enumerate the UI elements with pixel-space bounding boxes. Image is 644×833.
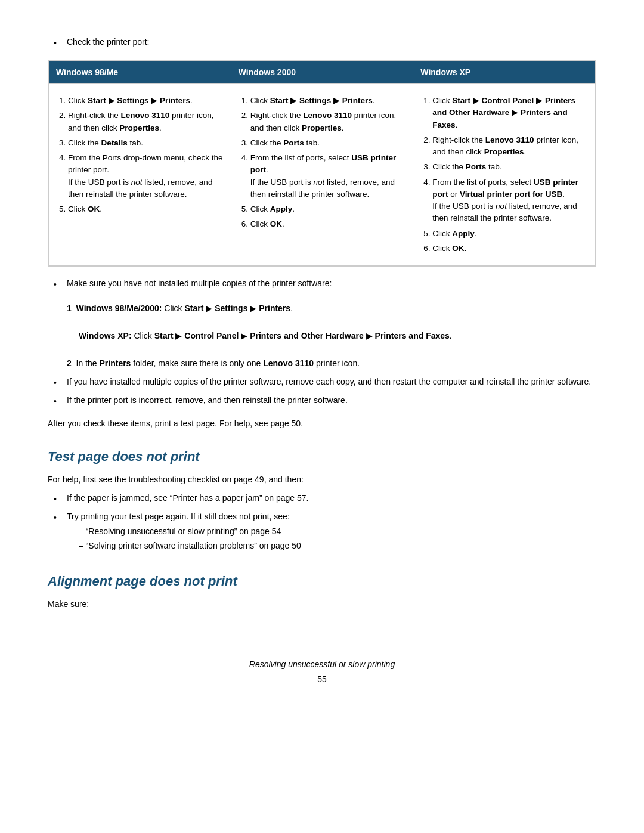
sub-item1-label: 1 (67, 304, 72, 313)
section1-bullet1-text: If the paper is jammed, see “Printer has… (67, 492, 308, 506)
bullet-multiple-copies: • If you have installed multiple copies … (48, 376, 596, 389)
intro-bullet: • Check the printer port: (48, 36, 596, 49)
col-win2000: Click Start ▶ Settings ▶ Printers. Right… (231, 84, 413, 266)
win98-steps: Click Start ▶ Settings ▶ Printers. Right… (56, 95, 224, 215)
win98-step3: Click the Details tab. (68, 137, 224, 149)
section2-heading: Alignment page does not print (48, 571, 596, 591)
win2000-steps: Click Start ▶ Settings ▶ Printers. Right… (239, 95, 406, 231)
winxp-paragraph: Windows XP: Click Start ▶ Control Panel … (79, 330, 452, 342)
section1-bullet2: • Try printing your test page again. If … (48, 510, 596, 555)
winxp-step6: Click OK. (432, 243, 588, 255)
winxp-step2: Right-click the Lenovo 3110 printer icon… (432, 134, 588, 159)
win2000-step5: Click Apply. (250, 203, 406, 215)
bullet-dot: • (54, 37, 61, 49)
footer-italic-text: Resolving unsuccessful or slow printing (48, 658, 596, 671)
sub-item2-text: In the Printers folder, make sure there … (76, 358, 360, 368)
after-table-text: Make sure you have not installed multipl… (67, 278, 332, 288)
footer: Resolving unsuccessful or slow printing … (48, 658, 596, 686)
sub-item2-label: 2 (67, 358, 72, 368)
bullet-multiple-copies-text: If you have installed multiple copies of… (67, 376, 591, 389)
winxp-steps: Click Start ▶ Control Panel ▶ Printers a… (420, 95, 588, 255)
win98-step5: Click OK. (68, 203, 224, 215)
bullet-dot-2: • (54, 278, 61, 370)
win2000-note: If the USB port is not listed, remove, a… (250, 178, 395, 199)
section1-sub2: “Solving printer software installation p… (79, 540, 301, 552)
col-header-win2000: Windows 2000 (231, 61, 413, 84)
col-header-winxp: Windows XP (413, 61, 596, 84)
win2000-step6: Click OK. (250, 218, 406, 230)
bullet-dot-4: • (54, 395, 61, 408)
section1-intro: For help, first see the troubleshooting … (48, 473, 596, 486)
bullet-dot-6: • (54, 512, 61, 555)
win2000-step2: Right-click the Lenovo 3110 printer icon… (250, 110, 406, 134)
intro-bullet-text: Check the printer port: (67, 36, 150, 49)
bullet-port-incorrect-text: If the printer port is incorrect, remove… (67, 394, 348, 408)
section1-bullet2-text: Try printing your test page again. If it… (67, 512, 290, 521)
bullet-dot-3: • (54, 377, 61, 389)
win98-step2: Right-click the Lenovo 3110 printer icon… (68, 110, 224, 134)
win98-step1: Click Start ▶ Settings ▶ Printers. (68, 95, 224, 107)
win98-note: If the USB port is not listed, remove, a… (68, 178, 212, 199)
section2-intro: Make sure: (48, 598, 596, 611)
after-table-content: Make sure you have not installed multipl… (67, 277, 452, 370)
table-row-main: Click Start ▶ Settings ▶ Printers. Right… (49, 84, 596, 266)
win2000-step4: From the list of ports, select USB print… (250, 152, 406, 200)
win98-step4: From the Ports drop-down menu, check the… (68, 152, 224, 200)
bullet-dot-5: • (54, 493, 61, 506)
section1-sub1: “Resolving unsuccessful or slow printing… (79, 525, 301, 538)
col-header-win98: Windows 98/Me (49, 61, 231, 84)
col-winxp: Click Start ▶ Control Panel ▶ Printers a… (413, 84, 596, 266)
winxp-step3: Click the Ports tab. (432, 161, 588, 173)
win2000-step3: Click the Ports tab. (250, 137, 406, 149)
winxp-step5: Click Apply. (432, 228, 588, 240)
after-checks-text: After you check these items, print a tes… (48, 417, 596, 430)
sub-item1-win98: Windows 98/Me/2000: Click Start ▶ Settin… (76, 304, 293, 313)
section1-sub-list: “Resolving unsuccessful or slow printing… (67, 525, 301, 552)
winxp-note: If the USB port is not listed, remove, a… (432, 202, 577, 222)
bullet-port-incorrect: • If the printer port is incorrect, remo… (48, 394, 596, 408)
footer-page-number: 55 (48, 673, 596, 686)
comparison-table: Windows 98/Me Windows 2000 Windows XP Cl… (48, 60, 596, 267)
after-table-bullet: • Make sure you have not installed multi… (48, 277, 596, 370)
section1-bullet1: • If the paper is jammed, see “Printer h… (48, 492, 596, 506)
section1-bullet2-content: Try printing your test page again. If it… (67, 510, 301, 555)
winxp-step4: From the list of ports, select USB print… (432, 176, 588, 225)
win2000-step1: Click Start ▶ Settings ▶ Printers. (250, 95, 406, 107)
section1-heading: Test page does not print (48, 447, 596, 466)
winxp-step1: Click Start ▶ Control Panel ▶ Printers a… (432, 95, 588, 131)
col-win98: Click Start ▶ Settings ▶ Printers. Right… (49, 84, 231, 266)
